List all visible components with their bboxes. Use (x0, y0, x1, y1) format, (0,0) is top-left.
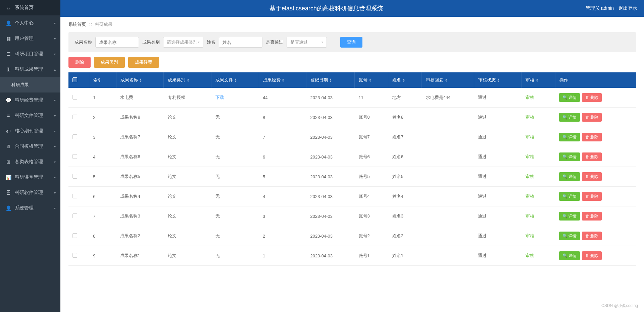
chevron-icon: ▾ (54, 37, 56, 41)
cell-name: 成果名称5 (116, 167, 164, 187)
detail-button[interactable]: 🔍 详情 (559, 232, 580, 240)
row-checkbox[interactable] (72, 95, 77, 100)
cell-date: 2023-04-03 (306, 167, 355, 187)
sidebar-item-6[interactable]: 💬科研经费管理▾ (0, 92, 60, 108)
user-label[interactable]: 管理员 admin (586, 5, 614, 11)
row-delete-button[interactable]: 🗑 删除 (582, 152, 602, 161)
column-header[interactable]: 账号▲▼ (355, 72, 388, 88)
sort-icon: ▲▼ (445, 78, 447, 82)
sidebar-item-1[interactable]: 👤个人中心▾ (0, 15, 60, 31)
row-checkbox[interactable] (72, 174, 77, 179)
column-header[interactable]: 审核状态▲▼ (474, 72, 522, 88)
cell-acc: 账号8 (355, 108, 388, 127)
row-checkbox[interactable] (72, 115, 77, 119)
sidebar-item-0[interactable]: ⌂系统首页 (0, 0, 60, 15)
row-delete-button[interactable]: 🗑 删除 (582, 172, 602, 181)
row-delete-button[interactable]: 🗑 删除 (582, 133, 602, 141)
audit-link[interactable]: 审核 (526, 213, 534, 219)
column-header[interactable]: 审核回复▲▼ (422, 72, 474, 88)
breadcrumb-home[interactable]: 系统首页 (68, 22, 86, 27)
batch-delete-button[interactable]: 删除 (68, 57, 91, 68)
row-checkbox[interactable] (72, 194, 77, 198)
search-button[interactable]: 查询 (340, 37, 362, 48)
column-header[interactable]: 成果文件▲▼ (211, 72, 259, 88)
filter-name-input[interactable] (95, 37, 139, 48)
row-delete-button[interactable]: 🗑 删除 (582, 93, 602, 102)
detail-button[interactable]: 🔍 详情 (559, 133, 580, 141)
column-header[interactable]: 姓名▲▼ (388, 72, 422, 88)
cell-status: 通过 (474, 147, 522, 167)
row-delete-button[interactable]: 🗑 删除 (582, 251, 602, 260)
sidebar-item-8[interactable]: 🏷核心期刊管理▾ (0, 123, 60, 139)
topbar: 基于elasticsearch的高校科研信息管理系统 管理员 admin 退出登… (60, 0, 644, 17)
cell-idx: 9 (89, 246, 116, 266)
sidebar-item-3[interactable]: ☰科研项目管理▾ (0, 46, 60, 62)
row-checkbox[interactable] (72, 253, 77, 258)
cell-person: 姓名6 (388, 147, 422, 167)
audit-link[interactable]: 审核 (526, 134, 534, 139)
cell-file: 下载 (211, 88, 259, 108)
cell-audit: 审核 (522, 108, 555, 127)
sidebar-item-5[interactable]: 科研成果 (0, 77, 60, 92)
column-header[interactable]: 成果名称▲▼ (116, 72, 164, 88)
detail-button[interactable]: 🔍 详情 (559, 152, 580, 161)
audit-link[interactable]: 审核 (526, 95, 534, 100)
fund-button[interactable]: 成果经费 (128, 57, 159, 68)
sidebar-item-2[interactable]: ▦用户管理▾ (0, 31, 60, 46)
cell-type: 论文 (164, 127, 211, 147)
column-header[interactable]: 审核▲▼ (522, 72, 555, 88)
select-all-checkbox[interactable] (72, 77, 77, 82)
trash-icon: 🗑 (585, 253, 589, 258)
sidebar-item-13[interactable]: 👤系统管理▾ (0, 200, 60, 216)
sidebar-item-11[interactable]: 📊科研讲堂管理▾ (0, 170, 60, 185)
cell-name: 水电费 (116, 88, 164, 108)
cell-status: 通过 (474, 246, 522, 266)
sidebar-item-9[interactable]: 🖥合同模板管理▾ (0, 139, 60, 154)
row-delete-button[interactable]: 🗑 删除 (582, 232, 602, 240)
cell-reply (422, 206, 474, 226)
detail-button[interactable]: 🔍 详情 (559, 212, 580, 221)
detail-button[interactable]: 🔍 详情 (559, 93, 580, 102)
column-header[interactable]: 登记日期▲▼ (306, 72, 355, 88)
sidebar-item-10[interactable]: ⊞各类表格管理▾ (0, 154, 60, 170)
row-delete-button[interactable]: 🗑 删除 (582, 212, 602, 221)
table-row: 1水电费专利授权下载442023-04-0311地方水电费是444通过审核🔍 详… (68, 88, 636, 108)
download-link[interactable]: 下载 (215, 95, 224, 100)
cell-date: 2023-04-03 (306, 127, 355, 147)
cell-person: 姓名1 (388, 246, 422, 266)
row-checkbox[interactable] (72, 213, 77, 218)
cell-audit: 审核 (522, 147, 555, 167)
search-icon: 🔍 (562, 95, 567, 100)
audit-link[interactable]: 审核 (526, 233, 534, 238)
detail-button[interactable]: 🔍 详情 (559, 172, 580, 181)
sidebar-item-label: 科研成果 (11, 82, 29, 88)
column-header[interactable]: 成果类别▲▼ (164, 72, 211, 88)
sidebar-item-12[interactable]: 🗄科研软件管理▾ (0, 185, 60, 200)
row-checkbox[interactable] (72, 134, 77, 139)
audit-link[interactable]: 审核 (526, 154, 534, 159)
sidebar-item-7[interactable]: ≡科研文件管理▾ (0, 108, 60, 123)
audit-link[interactable]: 审核 (526, 115, 534, 120)
audit-link[interactable]: 审核 (526, 194, 534, 199)
row-delete-button[interactable]: 🗑 删除 (582, 192, 602, 201)
audit-link[interactable]: 审核 (526, 174, 534, 179)
row-checkbox[interactable] (72, 154, 77, 159)
detail-button[interactable]: 🔍 详情 (559, 192, 580, 201)
type-button[interactable]: 成果类别 (94, 57, 125, 68)
logout-link[interactable]: 退出登录 (618, 5, 637, 11)
filter-person-input[interactable] (219, 37, 262, 48)
detail-button[interactable]: 🔍 详情 (559, 251, 580, 260)
audit-link[interactable]: 审核 (526, 253, 534, 258)
cell-date: 2023-04-03 (306, 246, 355, 266)
cell-idx: 3 (89, 127, 116, 147)
row-delete-button[interactable]: 🗑 删除 (582, 113, 602, 122)
filter-type-select[interactable]: 请选择成果类别 ▾ (163, 37, 203, 48)
filter-pass-select[interactable]: 是否通过 ▾ (287, 37, 327, 48)
cell-ops: 🔍 详情🗑 删除 (559, 133, 632, 141)
sidebar-item-label: 各类表格管理 (15, 159, 43, 165)
detail-button[interactable]: 🔍 详情 (559, 113, 580, 122)
sidebar-item-4[interactable]: 🗄科研成果管理▴ (0, 62, 60, 77)
trash-icon: 🗑 (585, 135, 589, 139)
column-header[interactable]: 成果经费▲▼ (259, 72, 306, 88)
row-checkbox[interactable] (72, 233, 77, 238)
